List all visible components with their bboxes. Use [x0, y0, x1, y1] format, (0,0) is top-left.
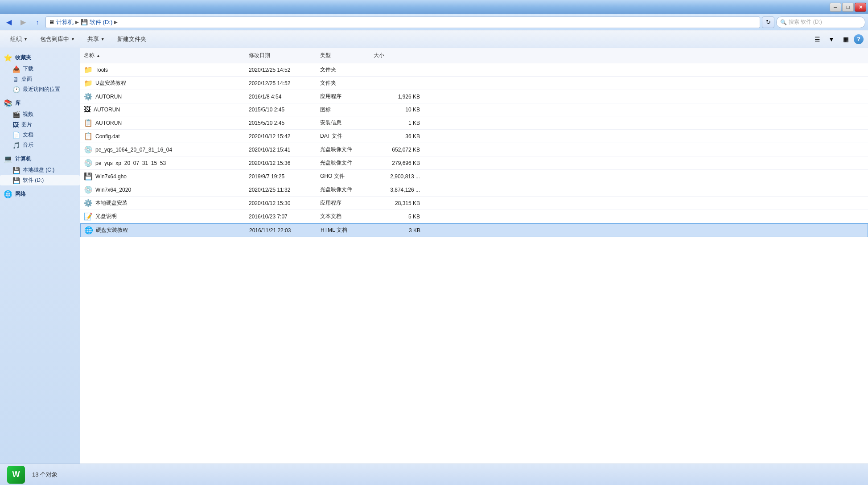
breadcrumb-computer[interactable]: 计算机 [56, 18, 74, 26]
col-header-name[interactable]: 名称 ▲ [80, 50, 245, 61]
file-cell-type: HTML 文档 [317, 225, 370, 235]
col-name-sort-icon: ▲ [96, 53, 100, 58]
file-cell-type: GHO 文件 [317, 171, 370, 181]
breadcrumb-sep-1: ▶ [75, 20, 79, 25]
new-folder-button[interactable]: 新建文件夹 [111, 33, 152, 46]
file-cell-size: 28,315 KB [370, 199, 424, 208]
view-arrow-button[interactable]: ▼ [825, 33, 838, 45]
include-library-button[interactable]: 包含到库中 ▼ [34, 33, 81, 46]
search-bar[interactable]: 🔍 搜索 软件 (D:) [776, 16, 865, 28]
file-name-text: AUTORUN [95, 94, 122, 100]
sidebar: ⭐ 收藏夹 📥 下载 🖥 桌面 🕐 最近访问的位置 📚 库 [0, 48, 80, 464]
table-row[interactable]: 💿 Win7x64_2020 2020/12/25 11:32 光盘映像文件 3… [80, 183, 868, 197]
file-name-text: AUTORUN [95, 120, 122, 126]
file-name-text: 光盘说明 [95, 213, 117, 220]
share-button[interactable]: 共享 ▼ [82, 33, 111, 46]
file-cell-name: 🖼 AUTORUN [80, 104, 245, 115]
file-cell-size [370, 82, 424, 85]
table-row[interactable]: 📋 AUTORUN 2015/5/10 2:45 安装信息 1 KB [80, 116, 868, 130]
sidebar-item-desktop[interactable]: 🖥 桌面 [0, 74, 80, 84]
picture-icon: 🖼 [12, 121, 19, 128]
file-cell-date: 2020/12/25 14:52 [245, 66, 317, 74]
table-row[interactable]: 💾 Win7x64.gho 2019/9/7 19:25 GHO 文件 2,90… [80, 170, 868, 183]
file-cell-name: 📝 光盘说明 [80, 211, 245, 222]
video-icon: 🎬 [12, 111, 20, 118]
file-type-icon: 📋 [84, 119, 93, 127]
file-cell-name: 🌐 硬盘安装教程 [81, 225, 246, 236]
file-cell-type: 光盘映像文件 [317, 144, 370, 155]
file-name-text: AUTORUN [94, 107, 120, 113]
up-button[interactable]: ↑ [31, 16, 44, 28]
sidebar-item-drive-d[interactable]: 💾 软件 (D:) [0, 175, 80, 185]
file-cell-date: 2020/12/25 14:52 [245, 79, 317, 88]
sidebar-item-video[interactable]: 🎬 视频 [0, 109, 80, 119]
search-icon: 🔍 [780, 19, 787, 25]
table-row[interactable]: ⚙️ AUTORUN 2016/1/8 4:54 应用程序 1,926 KB [80, 90, 868, 103]
organize-button[interactable]: 组织 ▼ [4, 33, 33, 46]
sidebar-item-document[interactable]: 📄 文档 [0, 130, 80, 140]
view-panel-button[interactable]: ▦ [839, 33, 852, 45]
minimize-button[interactable]: ─ [830, 3, 841, 12]
forward-button[interactable]: ▶ [17, 16, 29, 28]
downloads-icon: 📥 [12, 66, 20, 73]
file-type-icon: 💿 [84, 145, 93, 154]
file-cell-date: 2020/10/12 15:42 [245, 132, 317, 141]
table-row[interactable]: ⚙️ 本地硬盘安装 2020/10/12 15:30 应用程序 28,315 K… [80, 197, 868, 210]
view-toggle-button[interactable]: ☰ [811, 33, 823, 45]
file-cell-name: ⚙️ AUTORUN [80, 91, 245, 102]
maximize-button[interactable]: □ [842, 3, 854, 12]
table-row[interactable]: 📁 Tools 2020/12/25 14:52 文件夹 [80, 63, 868, 77]
title-bar: ─ □ ✕ [0, 0, 868, 14]
help-button[interactable]: ? [854, 34, 864, 44]
col-header-size[interactable]: 大小 [370, 50, 424, 61]
sidebar-item-drive-c[interactable]: 💾 本地磁盘 (C:) [0, 165, 80, 175]
file-type-icon: 📝 [84, 212, 93, 221]
toolbar: 组织 ▼ 包含到库中 ▼ 共享 ▼ 新建文件夹 ☰ ▼ ▦ ? [0, 30, 868, 48]
table-row[interactable]: 🌐 硬盘安装教程 2016/11/21 22:03 HTML 文档 3 KB [80, 223, 868, 237]
close-button[interactable]: ✕ [855, 3, 866, 12]
breadcrumb-drive[interactable]: 软件 (D:) [90, 18, 112, 26]
sidebar-item-music[interactable]: 🎵 音乐 [0, 140, 80, 150]
sidebar-section-favorites: ⭐ 收藏夹 📥 下载 🖥 桌面 🕐 最近访问的位置 [0, 52, 80, 95]
file-name-text: Tools [95, 67, 108, 73]
view-list-icon: ☰ [815, 36, 820, 43]
file-cell-type: 光盘映像文件 [317, 185, 370, 195]
file-cell-size: 1,926 KB [370, 92, 424, 101]
sidebar-computer-header[interactable]: 💻 计算机 [0, 153, 80, 165]
file-type-icon: 📋 [84, 132, 93, 140]
favorites-icon: ⭐ [4, 53, 12, 62]
table-row[interactable]: 📝 光盘说明 2016/10/23 7:07 文本文档 5 KB [80, 210, 868, 223]
sidebar-item-recent[interactable]: 🕐 最近访问的位置 [0, 84, 80, 95]
refresh-button[interactable]: ↻ [762, 16, 774, 28]
file-type-icon: 💿 [84, 185, 93, 194]
file-cell-type: 光盘映像文件 [317, 158, 370, 168]
back-button[interactable]: ◀ [3, 16, 15, 28]
table-row[interactable]: 💿 pe_yqs_1064_20_07_31_16_04 2020/10/12 … [80, 143, 868, 156]
file-cell-type: 文本文档 [317, 211, 370, 222]
sidebar-favorites-header[interactable]: ⭐ 收藏夹 [0, 52, 80, 64]
table-row[interactable]: 📋 Config.dat 2020/10/12 15:42 DAT 文件 36 … [80, 130, 868, 143]
sidebar-library-header[interactable]: 📚 库 [0, 97, 80, 109]
file-cell-size: 2,900,813 ... [370, 172, 424, 181]
breadcrumb-bar[interactable]: 🖥 计算机 ▶ 💾 软件 (D:) ▶ [45, 16, 760, 28]
table-row[interactable]: 📁 U盘安装教程 2020/12/25 14:52 文件夹 [80, 77, 868, 90]
file-cell-date: 2020/10/12 15:41 [245, 145, 317, 154]
sidebar-item-picture[interactable]: 🖼 图片 [0, 119, 80, 130]
sidebar-item-downloads[interactable]: 📥 下载 [0, 64, 80, 74]
breadcrumb-sep-2: ▶ [114, 20, 118, 25]
sidebar-network-header[interactable]: 🌐 网络 [0, 188, 80, 200]
file-name-text: 硬盘安装教程 [96, 226, 128, 234]
file-cell-name: 💿 pe_yqs_xp_20_07_31_15_53 [80, 157, 245, 169]
file-type-icon: 💾 [84, 172, 93, 181]
panel-icon: ▦ [843, 36, 849, 43]
file-name-text: Win7x64.gho [95, 173, 127, 180]
table-row[interactable]: 🖼 AUTORUN 2015/5/10 2:45 图标 10 KB [80, 103, 868, 116]
file-cell-date: 2020/10/12 15:36 [245, 159, 317, 168]
file-list-container[interactable]: 名称 ▲ 修改日期 类型 大小 📁 Tools 2020/12/25 14:52… [80, 48, 868, 464]
file-type-icon: 💿 [84, 159, 93, 167]
col-header-date[interactable]: 修改日期 [245, 50, 317, 61]
file-cell-type: 文件夹 [317, 65, 370, 75]
table-row[interactable]: 💿 pe_yqs_xp_20_07_31_15_53 2020/10/12 15… [80, 156, 868, 170]
col-header-type[interactable]: 类型 [317, 50, 370, 61]
file-cell-date: 2020/10/12 15:30 [245, 199, 317, 208]
